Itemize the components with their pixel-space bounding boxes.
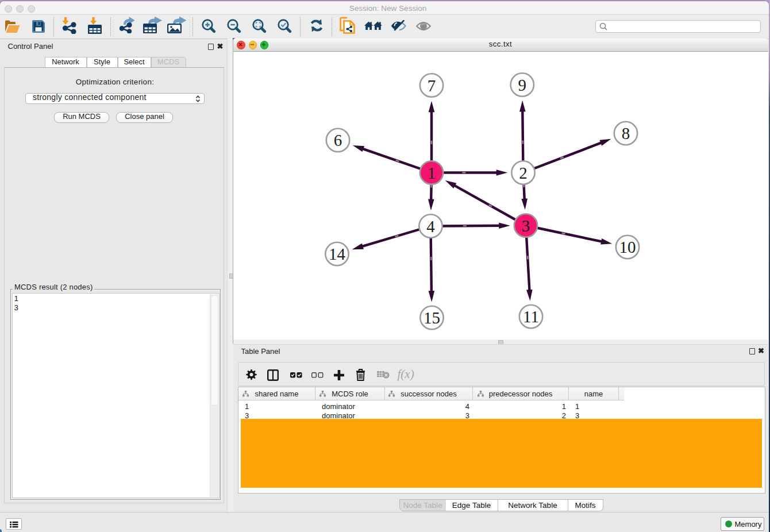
svg-text:9: 9 [518, 75, 526, 94]
svg-text:1: 1 [427, 163, 436, 182]
svg-text:4: 4 [426, 217, 435, 235]
svg-text:11: 11 [523, 307, 539, 326]
svg-text:14: 14 [329, 245, 346, 263]
svg-text:8: 8 [621, 124, 630, 142]
svg-text:3: 3 [521, 216, 530, 234]
svg-text:15: 15 [424, 309, 440, 327]
svg-text:6: 6 [333, 131, 342, 149]
svg-text:7: 7 [427, 76, 436, 94]
svg-text:2: 2 [519, 163, 528, 182]
svg-text:10: 10 [619, 238, 636, 256]
